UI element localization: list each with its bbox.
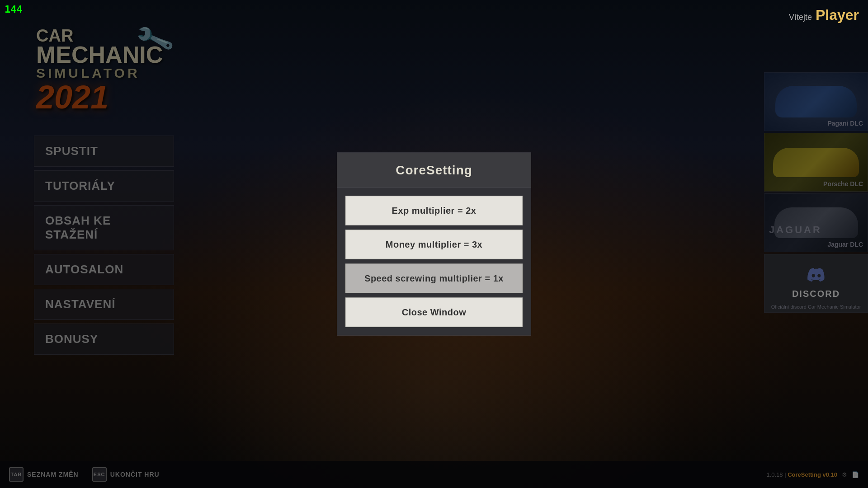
modal-title: CoreSetting [346,163,522,178]
modal-header: CoreSetting [337,153,531,188]
money-multiplier-button[interactable]: Money multiplier = 3x [345,230,523,259]
fps-counter: 144 [5,4,23,15]
player-info: Vítejte Player [789,7,859,23]
welcome-label: Vítejte [789,13,812,22]
close-window-button[interactable]: Close Window [345,298,523,327]
modal-body: Exp multiplier = 2x Money multiplier = 3… [337,188,531,335]
coresetting-modal: CoreSetting Exp multiplier = 2x Money mu… [337,153,531,336]
player-name: Player [816,7,859,23]
speed-screwing-button[interactable]: Speed screwing multiplier = 1x [345,264,523,293]
exp-multiplier-button[interactable]: Exp multiplier = 2x [345,196,523,225]
